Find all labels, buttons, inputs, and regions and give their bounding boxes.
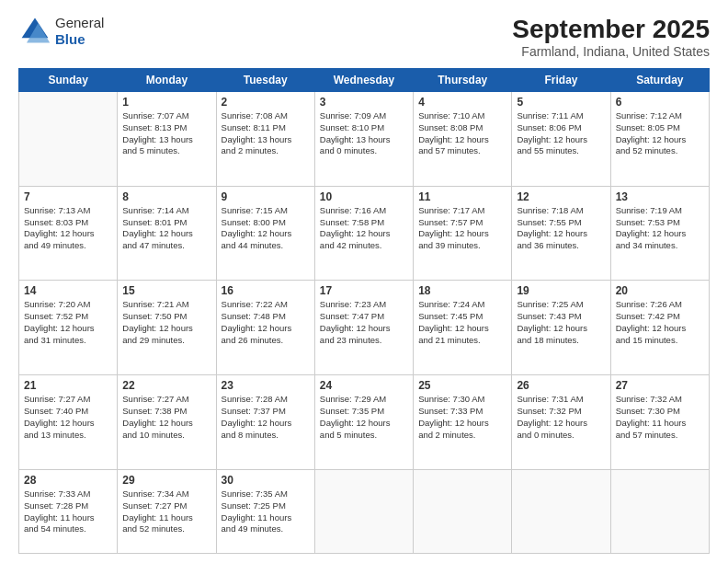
- cell-content: Sunrise: 7:14 AMSunset: 8:01 PMDaylight:…: [122, 205, 210, 252]
- day-number: 9: [222, 190, 310, 203]
- cell-content: Sunrise: 7:29 AMSunset: 7:35 PMDaylight:…: [320, 394, 408, 441]
- calendar-table: SundayMondayTuesdayWednesdayThursdayFrid…: [18, 68, 710, 554]
- calendar-cell: 7Sunrise: 7:13 AMSunset: 8:03 PMDaylight…: [19, 186, 118, 281]
- day-number: 6: [616, 96, 704, 109]
- calendar-cell: 4Sunrise: 7:10 AMSunset: 8:08 PMDaylight…: [414, 92, 512, 187]
- cell-content: Sunrise: 7:27 AMSunset: 7:38 PMDaylight:…: [122, 394, 210, 441]
- day-number: 2: [222, 96, 310, 109]
- cell-content: Sunrise: 7:13 AMSunset: 8:03 PMDaylight:…: [24, 205, 112, 252]
- cell-content: Sunrise: 7:26 AMSunset: 7:42 PMDaylight:…: [616, 299, 704, 346]
- calendar-cell: [314, 469, 413, 553]
- cell-content: Sunrise: 7:24 AMSunset: 7:45 PMDaylight:…: [418, 299, 506, 346]
- calendar-cell: 16Sunrise: 7:22 AMSunset: 7:48 PMDayligh…: [216, 281, 314, 375]
- cell-content: Sunrise: 7:16 AMSunset: 7:58 PMDaylight:…: [320, 205, 408, 252]
- day-number: 3: [320, 96, 408, 109]
- calendar-cell: 24Sunrise: 7:29 AMSunset: 7:35 PMDayligh…: [314, 375, 413, 470]
- day-number: 15: [122, 284, 210, 297]
- calendar-cell: 14Sunrise: 7:20 AMSunset: 7:52 PMDayligh…: [19, 281, 118, 375]
- col-header-monday: Monday: [118, 69, 216, 92]
- day-number: 27: [616, 379, 704, 392]
- cell-content: Sunrise: 7:08 AMSunset: 8:11 PMDaylight:…: [222, 110, 310, 157]
- day-number: 18: [418, 284, 506, 297]
- logo-general: General: [55, 15, 104, 31]
- cell-content: Sunrise: 7:31 AMSunset: 7:32 PMDaylight:…: [517, 394, 605, 441]
- calendar-cell: 6Sunrise: 7:12 AMSunset: 8:05 PMDaylight…: [610, 92, 709, 187]
- calendar-cell: 5Sunrise: 7:11 AMSunset: 8:06 PMDaylight…: [512, 92, 610, 187]
- logo-blue: Blue: [55, 31, 104, 48]
- calendar-cell: 3Sunrise: 7:09 AMSunset: 8:10 PMDaylight…: [314, 92, 413, 187]
- logo-text: General Blue: [55, 15, 104, 48]
- header: General Blue September 2025 Farmland, In…: [18, 15, 710, 59]
- calendar-cell: 28Sunrise: 7:33 AMSunset: 7:28 PMDayligh…: [19, 469, 118, 553]
- cell-content: Sunrise: 7:15 AMSunset: 8:00 PMDaylight:…: [222, 205, 310, 252]
- col-header-saturday: Saturday: [610, 69, 709, 92]
- calendar-cell: 12Sunrise: 7:18 AMSunset: 7:55 PMDayligh…: [512, 186, 610, 281]
- day-number: 10: [320, 190, 408, 203]
- cell-content: Sunrise: 7:35 AMSunset: 7:25 PMDaylight:…: [222, 488, 310, 535]
- cell-content: Sunrise: 7:32 AMSunset: 7:30 PMDaylight:…: [616, 394, 704, 441]
- cell-content: Sunrise: 7:12 AMSunset: 8:05 PMDaylight:…: [616, 110, 704, 157]
- calendar-cell: 2Sunrise: 7:08 AMSunset: 8:11 PMDaylight…: [216, 92, 314, 187]
- calendar-title: September 2025: [512, 15, 710, 44]
- day-number: 30: [222, 474, 310, 487]
- calendar-cell: 21Sunrise: 7:27 AMSunset: 7:40 PMDayligh…: [19, 375, 118, 470]
- day-number: 14: [24, 284, 112, 297]
- calendar-cell: [610, 469, 709, 553]
- day-number: 28: [24, 474, 112, 487]
- calendar-cell: 10Sunrise: 7:16 AMSunset: 7:58 PMDayligh…: [314, 186, 413, 281]
- calendar-cell: 20Sunrise: 7:26 AMSunset: 7:42 PMDayligh…: [610, 281, 709, 375]
- cell-content: Sunrise: 7:23 AMSunset: 7:47 PMDaylight:…: [320, 299, 408, 346]
- cell-content: Sunrise: 7:10 AMSunset: 8:08 PMDaylight:…: [418, 110, 506, 157]
- calendar-cell: 18Sunrise: 7:24 AMSunset: 7:45 PMDayligh…: [414, 281, 512, 375]
- calendar-cell: 17Sunrise: 7:23 AMSunset: 7:47 PMDayligh…: [314, 281, 413, 375]
- cell-content: Sunrise: 7:11 AMSunset: 8:06 PMDaylight:…: [517, 110, 605, 157]
- title-block: September 2025 Farmland, Indiana, United…: [512, 15, 710, 59]
- week-row-5: 28Sunrise: 7:33 AMSunset: 7:28 PMDayligh…: [19, 469, 710, 553]
- day-number: 25: [418, 379, 506, 392]
- day-number: 1: [122, 96, 210, 109]
- day-number: 11: [418, 190, 506, 203]
- day-number: 24: [320, 379, 408, 392]
- day-number: 16: [222, 284, 310, 297]
- col-header-wednesday: Wednesday: [314, 69, 413, 92]
- day-number: 26: [517, 379, 605, 392]
- calendar-cell: [512, 469, 610, 553]
- calendar-cell: 26Sunrise: 7:31 AMSunset: 7:32 PMDayligh…: [512, 375, 610, 470]
- day-number: 20: [616, 284, 704, 297]
- col-header-friday: Friday: [512, 69, 610, 92]
- col-header-sunday: Sunday: [19, 69, 118, 92]
- calendar-cell: 8Sunrise: 7:14 AMSunset: 8:01 PMDaylight…: [118, 186, 216, 281]
- cell-content: Sunrise: 7:17 AMSunset: 7:57 PMDaylight:…: [418, 205, 506, 252]
- calendar-cell: 22Sunrise: 7:27 AMSunset: 7:38 PMDayligh…: [118, 375, 216, 470]
- header-row: SundayMondayTuesdayWednesdayThursdayFrid…: [19, 69, 710, 92]
- calendar-cell: 15Sunrise: 7:21 AMSunset: 7:50 PMDayligh…: [118, 281, 216, 375]
- calendar-cell: 9Sunrise: 7:15 AMSunset: 8:00 PMDaylight…: [216, 186, 314, 281]
- week-row-4: 21Sunrise: 7:27 AMSunset: 7:40 PMDayligh…: [19, 375, 710, 470]
- logo: General Blue: [18, 15, 104, 48]
- cell-content: Sunrise: 7:28 AMSunset: 7:37 PMDaylight:…: [222, 394, 310, 441]
- col-header-tuesday: Tuesday: [216, 69, 314, 92]
- calendar-cell: 23Sunrise: 7:28 AMSunset: 7:37 PMDayligh…: [216, 375, 314, 470]
- week-row-1: 1Sunrise: 7:07 AMSunset: 8:13 PMDaylight…: [19, 92, 710, 187]
- col-header-thursday: Thursday: [414, 69, 512, 92]
- calendar-cell: 13Sunrise: 7:19 AMSunset: 7:53 PMDayligh…: [610, 186, 709, 281]
- day-number: 19: [517, 284, 605, 297]
- calendar-cell: [19, 92, 118, 187]
- cell-content: Sunrise: 7:33 AMSunset: 7:28 PMDaylight:…: [24, 488, 112, 535]
- day-number: 13: [616, 190, 704, 203]
- day-number: 4: [418, 96, 506, 109]
- week-row-2: 7Sunrise: 7:13 AMSunset: 8:03 PMDaylight…: [19, 186, 710, 281]
- calendar-cell: 1Sunrise: 7:07 AMSunset: 8:13 PMDaylight…: [118, 92, 216, 187]
- page: General Blue September 2025 Farmland, In…: [0, 0, 728, 563]
- day-number: 12: [517, 190, 605, 203]
- logo-icon: [18, 15, 51, 48]
- day-number: 7: [24, 190, 112, 203]
- cell-content: Sunrise: 7:25 AMSunset: 7:43 PMDaylight:…: [517, 299, 605, 346]
- cell-content: Sunrise: 7:21 AMSunset: 7:50 PMDaylight:…: [122, 299, 210, 346]
- day-number: 23: [222, 379, 310, 392]
- day-number: 17: [320, 284, 408, 297]
- cell-content: Sunrise: 7:20 AMSunset: 7:52 PMDaylight:…: [24, 299, 112, 346]
- day-number: 21: [24, 379, 112, 392]
- cell-content: Sunrise: 7:30 AMSunset: 7:33 PMDaylight:…: [418, 394, 506, 441]
- calendar-cell: 29Sunrise: 7:34 AMSunset: 7:27 PMDayligh…: [118, 469, 216, 553]
